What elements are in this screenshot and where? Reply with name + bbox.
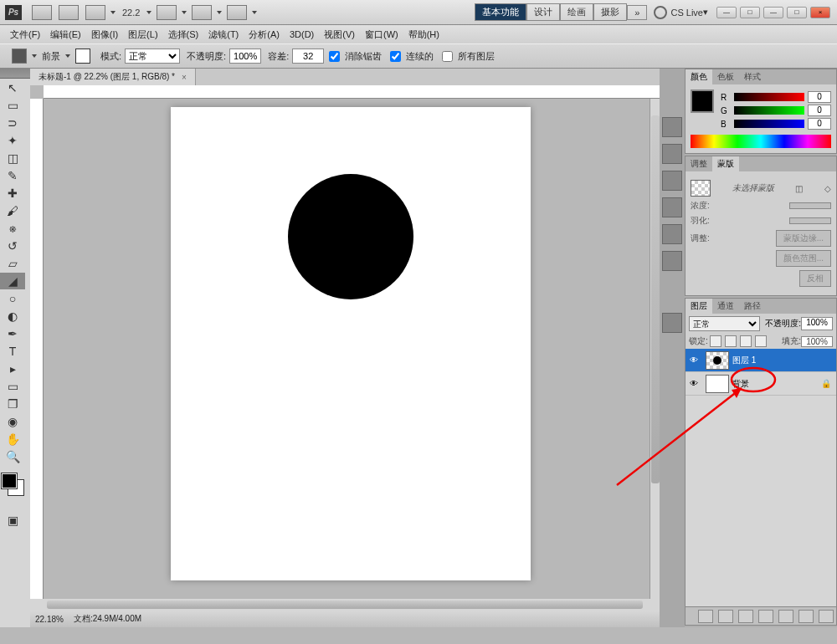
contiguous-checkbox[interactable] [390, 51, 401, 62]
close-icon[interactable]: × [182, 73, 187, 82]
cslive-button[interactable]: CS Live ▾ [654, 6, 708, 19]
alllayers-checkbox[interactable] [442, 51, 453, 62]
pixel-mask-icon[interactable]: ◫ [795, 184, 803, 193]
b-value[interactable]: 0 [808, 118, 831, 130]
menu-file[interactable]: 文件(F) [5, 28, 45, 41]
status-docinfo[interactable]: 文档:24.9M/4.00M [74, 613, 141, 625]
bridge-icon[interactable] [32, 5, 52, 20]
path-tool[interactable]: ▸ [0, 360, 25, 377]
3d-camera-tool[interactable]: ◉ [0, 413, 25, 430]
layer-thumb[interactable] [706, 351, 729, 370]
workspace-more[interactable]: » [627, 5, 647, 20]
menu-window[interactable]: 窗口(W) [360, 28, 403, 41]
dropdown-icon[interactable] [145, 9, 153, 16]
pattern-swatch[interactable] [75, 49, 90, 64]
antialias-checkbox[interactable] [329, 51, 340, 62]
fg-swatch[interactable] [691, 89, 714, 113]
brush-tool[interactable]: 🖌 [0, 202, 25, 219]
density-slider[interactable] [789, 202, 831, 209]
stamp-tool[interactable]: ⎈ [0, 220, 25, 237]
menu-layer[interactable]: 图层(L) [123, 28, 162, 41]
b-slider[interactable] [734, 120, 804, 128]
brush-icon[interactable] [662, 197, 682, 217]
vector-mask-icon[interactable]: ◇ [824, 184, 831, 193]
marquee-tool[interactable]: ▭ [0, 97, 25, 114]
layer-name[interactable]: 图层 1 [732, 355, 756, 366]
r-slider[interactable] [734, 93, 804, 101]
type-tool[interactable]: T [0, 343, 25, 360]
blend-mode-select[interactable]: 正常 [689, 316, 760, 331]
mask-icon[interactable] [738, 610, 753, 623]
dropdown-icon[interactable] [215, 9, 223, 16]
window-close-icon[interactable]: × [810, 7, 830, 18]
fill-value[interactable]: 100% [801, 336, 833, 347]
menu-analysis[interactable]: 分析(A) [244, 28, 285, 41]
pen-tool[interactable]: ✒ [0, 325, 25, 342]
menu-help[interactable]: 帮助(H) [403, 28, 444, 41]
layer-row[interactable]: 👁 图层 1 [686, 349, 836, 372]
hand-icon[interactable] [157, 5, 177, 20]
brush-preset-icon[interactable] [662, 144, 682, 164]
tab-paths[interactable]: 路径 [739, 299, 766, 314]
workspace-design[interactable]: 设计 [526, 3, 560, 21]
tool-preset-icon[interactable] [662, 224, 682, 244]
g-slider[interactable] [734, 106, 804, 115]
fx-icon[interactable] [718, 610, 733, 623]
menu-filter[interactable]: 滤镜(T) [203, 28, 244, 41]
tab-layers[interactable]: 图层 [686, 299, 712, 314]
tab-channels[interactable]: 通道 [712, 299, 739, 314]
tab-color[interactable]: 颜色 [686, 69, 712, 84]
r-value[interactable]: 0 [808, 91, 831, 103]
eraser-tool[interactable]: ▱ [0, 255, 25, 272]
panel-max-icon[interactable]: □ [740, 7, 760, 18]
adjustment-icon[interactable] [758, 610, 773, 623]
tolerance-input[interactable] [292, 49, 324, 64]
tab-adjust[interactable]: 调整 [686, 156, 712, 171]
invert-button[interactable]: 反相 [799, 270, 831, 287]
opacity-input[interactable] [229, 49, 261, 64]
lock-position-icon[interactable] [740, 335, 752, 347]
layer-row[interactable]: 👁 背景 🔒 [686, 372, 836, 396]
dropdown-icon[interactable] [30, 53, 39, 59]
bucket-icon[interactable] [12, 49, 27, 64]
opacity-value[interactable]: 100% [801, 317, 833, 330]
lock-all-icon[interactable] [755, 335, 767, 347]
color-spectrum[interactable] [691, 135, 831, 148]
shape-tool[interactable]: ▭ [0, 378, 25, 395]
window-min-icon[interactable]: — [763, 7, 783, 18]
move-tool[interactable]: ↖ [0, 79, 25, 96]
canvas[interactable] [171, 107, 531, 580]
hand-tool[interactable]: ✋ [0, 431, 25, 447]
text-icon[interactable] [662, 313, 682, 333]
lock-transparent-icon[interactable] [710, 335, 721, 347]
lasso-tool[interactable]: ⊃ [0, 115, 25, 131]
history-icon[interactable] [662, 117, 682, 137]
scrollbar-horizontal[interactable] [30, 599, 660, 611]
tab-mask[interactable]: 蒙版 [712, 156, 739, 171]
window-max-icon[interactable]: □ [787, 7, 807, 18]
wand-tool[interactable]: ✦ [0, 132, 25, 149]
clone-icon[interactable] [662, 171, 682, 191]
g-value[interactable]: 0 [808, 105, 831, 116]
scrollbar-vertical[interactable] [650, 99, 660, 599]
zoom-level[interactable]: 22.2 [122, 8, 140, 18]
color-swatches[interactable] [0, 473, 25, 498]
lock-pixels-icon[interactable] [725, 335, 737, 347]
refine-edge-button[interactable]: 蒙版边缘... [776, 230, 831, 247]
menu-select[interactable]: 选择(S) [163, 28, 204, 41]
dropdown-icon[interactable] [250, 9, 259, 16]
screenmode-icon[interactable] [227, 5, 247, 20]
visibility-icon[interactable]: 👁 [686, 355, 702, 365]
dropdown-icon[interactable] [64, 53, 72, 59]
foreground-swatch[interactable] [2, 473, 17, 488]
healing-tool[interactable]: ✚ [0, 185, 25, 202]
dropdown-icon[interactable] [180, 9, 188, 16]
canvas-viewport[interactable] [44, 99, 650, 599]
group-icon[interactable] [778, 610, 793, 623]
blur-tool[interactable]: ○ [0, 290, 25, 307]
workspace-essentials[interactable]: 基本功能 [475, 3, 526, 21]
arrange-icon[interactable] [192, 5, 212, 20]
link-icon[interactable] [698, 610, 713, 623]
swatches-icon[interactable] [662, 251, 682, 271]
bucket-tool[interactable]: ◢ [0, 273, 25, 289]
